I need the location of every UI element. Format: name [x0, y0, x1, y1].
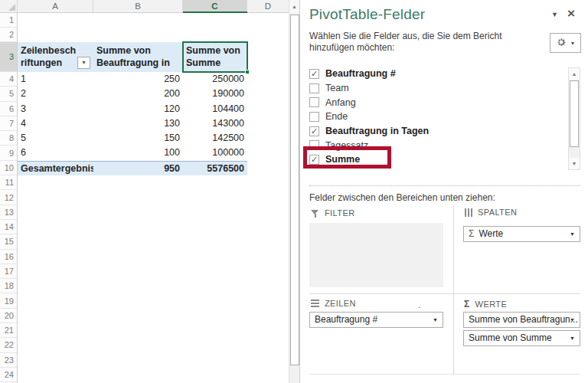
sum-cell[interactable]: 104400: [183, 102, 247, 116]
row-header[interactable]: 11: [0, 175, 17, 190]
days-cell[interactable]: 200: [93, 87, 183, 101]
checkbox-checked[interactable]: ✓: [309, 126, 319, 136]
field-item-team[interactable]: Team: [309, 81, 559, 96]
pivot-data-row[interactable]: 3 120 104400: [18, 102, 247, 116]
row-header[interactable]: 5: [0, 87, 17, 101]
field-item-anfang[interactable]: Anfang: [309, 95, 559, 110]
days-cell[interactable]: 150: [93, 131, 183, 146]
check-icon: ✓: [311, 126, 318, 136]
row-header[interactable]: 22: [0, 338, 17, 352]
sum-cell[interactable]: 190000: [183, 87, 247, 101]
pivot-grand-total-row[interactable]: Gesamtergebnis 950 5576500: [18, 161, 247, 175]
column-header-c-selected[interactable]: C: [183, 0, 247, 12]
row-label-cell[interactable]: 5: [18, 131, 93, 146]
row-header[interactable]: 9: [0, 146, 17, 160]
filter-drop-zone[interactable]: [309, 223, 443, 287]
row-header[interactable]: 4: [0, 72, 17, 87]
grand-total-days[interactable]: 950: [93, 161, 183, 175]
pivot-data-row[interactable]: 2 200 190000: [18, 87, 247, 101]
grand-total-label[interactable]: Gesamtergebnis: [18, 161, 93, 175]
row-header[interactable]: 15: [0, 234, 17, 249]
scroll-up-icon[interactable]: ▲: [569, 68, 580, 80]
checkbox-checked[interactable]: ✓: [309, 155, 319, 165]
row-header[interactable]: 13: [0, 205, 17, 220]
field-item-beauftragung-in-tagen[interactable]: ✓ Beauftragung in Tagen: [309, 124, 559, 139]
sum-cell[interactable]: 100000: [183, 146, 247, 160]
cell-a3-row-labels[interactable]: Zeilenbeschriftungen ▼: [18, 42, 93, 72]
column-letter: B: [135, 2, 141, 11]
days-cell[interactable]: 130: [93, 116, 183, 131]
row-header[interactable]: 23: [0, 353, 17, 368]
checkbox-unchecked[interactable]: [309, 97, 319, 107]
column-header-b[interactable]: B: [93, 0, 183, 12]
checkbox-checked[interactable]: ✓: [309, 69, 319, 79]
row-header[interactable]: 7: [0, 116, 17, 131]
days-cell[interactable]: 250: [93, 72, 183, 87]
column-header-a[interactable]: A: [18, 0, 93, 12]
select-all-corner[interactable]: [0, 0, 18, 12]
row-label-cell[interactable]: 3: [18, 102, 93, 116]
row-header[interactable]: 20: [0, 309, 17, 323]
field-label: Ende: [325, 111, 348, 122]
dropdown-arrow-icon[interactable]: ▼: [570, 313, 575, 327]
checkbox-unchecked[interactable]: [309, 140, 319, 150]
grand-total-sum[interactable]: 5576500: [183, 161, 247, 175]
row-header[interactable]: 16: [0, 250, 17, 264]
row-header[interactable]: 10: [0, 161, 17, 175]
values-field-summe-von-summe[interactable]: Summe von Summe ▼: [463, 330, 580, 346]
row-header[interactable]: 8: [0, 131, 17, 146]
field-item-tagessatz[interactable]: Tagessatz: [309, 138, 559, 152]
row-labels-filter-button[interactable]: ▼: [77, 57, 90, 69]
row-header[interactable]: 18: [0, 279, 17, 293]
values-field-summe-von-beauftragung[interactable]: Summe von Beauftragun... ▼: [463, 312, 580, 328]
sheet-vertical-scrollbar[interactable]: ▲: [289, 0, 299, 383]
row-header[interactable]: 19: [0, 293, 17, 308]
header-text: Summe von Summe: [186, 45, 240, 68]
row-header[interactable]: 1: [0, 13, 17, 28]
field-list-scrollbar[interactable]: ▲ ▼: [568, 67, 580, 170]
columns-field-werte[interactable]: ΣWerte ▼: [463, 226, 580, 242]
row-label-cell[interactable]: 1: [18, 72, 93, 87]
pivot-data-row[interactable]: 6 100 100000: [18, 146, 247, 160]
row-label-cell[interactable]: 6: [18, 146, 93, 160]
pane-options-dropdown-icon[interactable]: ▼: [551, 11, 558, 18]
sum-cell[interactable]: 142500: [183, 131, 247, 146]
checkbox-unchecked[interactable]: [309, 112, 319, 122]
scroll-up-icon[interactable]: ▲: [289, 0, 299, 13]
column-header-d[interactable]: D: [247, 0, 289, 12]
row-header[interactable]: 6: [0, 102, 17, 116]
row-header[interactable]: 21: [0, 323, 17, 338]
field-item-summe[interactable]: ✓ Summe: [309, 152, 559, 167]
row-header[interactable]: 17: [0, 264, 17, 279]
sum-cell[interactable]: 143000: [183, 116, 247, 131]
days-cell[interactable]: 100: [93, 146, 183, 160]
tools-button[interactable]: ▼: [550, 33, 581, 53]
close-icon[interactable]: ×: [567, 6, 575, 21]
scroll-down-icon[interactable]: ▼: [569, 158, 580, 169]
cell-b3-header[interactable]: Summe von Beauftragung in: [93, 42, 183, 72]
row-header[interactable]: 12: [0, 190, 17, 205]
field-label: Tagessatz: [325, 140, 368, 151]
dropdown-arrow-icon[interactable]: ▼: [433, 313, 438, 327]
scrollbar-thumb[interactable]: [570, 80, 579, 147]
dropdown-arrow-icon[interactable]: ▼: [570, 331, 575, 345]
pivot-data-row[interactable]: 5 150 142500: [18, 131, 247, 146]
field-item-beauftragung-nr[interactable]: ✓ Beauftragung #: [309, 67, 559, 81]
section-divider: [309, 185, 580, 186]
sum-cell[interactable]: 250000: [183, 72, 247, 87]
days-cell[interactable]: 120: [93, 102, 183, 116]
row-label-cell[interactable]: 2: [18, 87, 93, 101]
pivot-data-row[interactable]: 1 250 250000: [18, 72, 247, 87]
row-header[interactable]: 2: [0, 28, 17, 42]
pivot-data-row[interactable]: 4 130 143000: [18, 116, 247, 131]
dropdown-arrow-icon[interactable]: ▼: [570, 227, 575, 241]
cell-c3-header[interactable]: Summe von Summe: [183, 42, 247, 72]
row-label-cell[interactable]: 4: [18, 116, 93, 131]
row-header-selected[interactable]: 3: [0, 42, 17, 72]
scrollbar-thumb[interactable]: [290, 15, 299, 365]
row-header[interactable]: 24: [0, 368, 17, 382]
field-item-ende[interactable]: Ende: [309, 110, 559, 124]
rows-field-beauftragung[interactable]: Beauftragung # ▼: [309, 312, 443, 328]
row-header[interactable]: 14: [0, 220, 17, 234]
checkbox-unchecked[interactable]: [309, 83, 319, 93]
